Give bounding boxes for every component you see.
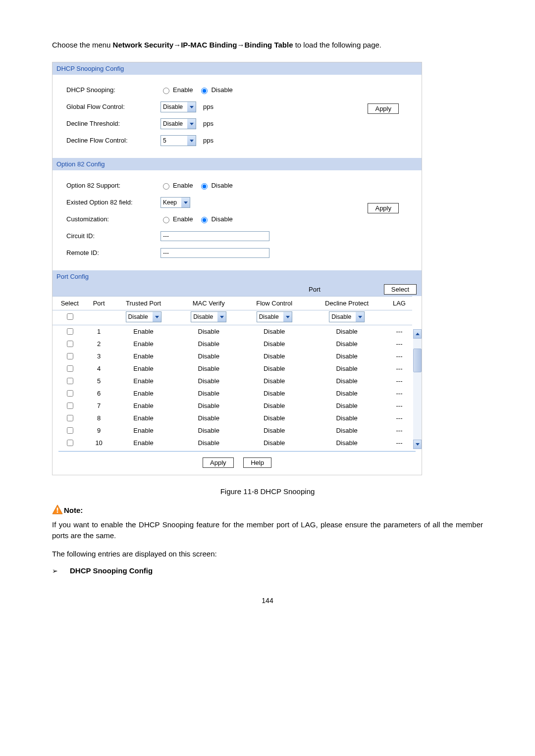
col-trusted: Trusted Port xyxy=(111,296,176,310)
dhcp-header: DHCP Snooping Config xyxy=(53,62,422,75)
col-decline: Decline Protect xyxy=(307,296,386,310)
cell-flow: Disable xyxy=(241,338,307,350)
cell-port: 4 xyxy=(87,362,111,375)
row-select-checkbox[interactable] xyxy=(67,341,73,347)
table-row: 5EnableDisableDisableDisable--- xyxy=(53,375,412,387)
opt82-apply-button[interactable]: Apply xyxy=(368,203,399,213)
cell-lag: --- xyxy=(386,362,412,375)
bullet-text: DHCP Snooping Config xyxy=(70,566,153,575)
cell-flow: Disable xyxy=(241,412,307,424)
figure-caption: Figure 11-8 DHCP Snooping xyxy=(52,487,483,496)
dhcp-apply-button[interactable]: Apply xyxy=(368,103,399,114)
select-decflow[interactable]: 5 xyxy=(160,135,196,146)
cell-lag: --- xyxy=(386,387,412,400)
table-row: 9EnableDisableDisableDisable--- xyxy=(53,424,412,437)
radio-custom-enable[interactable]: Enable xyxy=(160,215,193,223)
row-select-checkbox[interactable] xyxy=(67,440,73,446)
intro-prefix: Choose the menu xyxy=(52,41,113,49)
intro-path2: IP-MAC Binding xyxy=(181,41,237,49)
cell-mac: Disable xyxy=(176,375,241,387)
filter-decline[interactable]: Disable xyxy=(329,311,365,322)
select-gfc[interactable]: Disable xyxy=(160,101,196,112)
table-row: 8EnableDisableDisableDisable--- xyxy=(53,412,412,424)
note-row: Note: xyxy=(52,504,483,514)
radio-opt82-enable[interactable]: Enable xyxy=(160,182,193,190)
input-circuit-id[interactable] xyxy=(160,231,269,241)
port-select-button[interactable]: Select xyxy=(384,284,417,295)
svg-rect-2 xyxy=(57,511,58,513)
row-select-checkbox[interactable] xyxy=(67,328,73,335)
cell-mac: Disable xyxy=(176,437,241,449)
filter-flow[interactable]: Disable xyxy=(257,311,292,322)
filter-select-all[interactable] xyxy=(67,313,73,320)
cell-decline: Disable xyxy=(307,412,386,424)
radio-custom-disable[interactable]: Disable xyxy=(199,215,232,223)
row-select-checkbox[interactable] xyxy=(67,353,73,359)
cell-mac: Disable xyxy=(176,387,241,400)
cell-trusted: Enable xyxy=(111,424,176,437)
table-row: 2EnableDisableDisableDisable--- xyxy=(53,338,412,350)
table-row: 4EnableDisableDisableDisable--- xyxy=(53,362,412,375)
cell-trusted: Enable xyxy=(111,437,176,449)
row-select-checkbox[interactable] xyxy=(67,415,73,421)
intro-suffix: to load the following page. xyxy=(293,41,381,49)
page-number: 144 xyxy=(52,597,483,605)
cell-trusted: Enable xyxy=(111,338,176,350)
table-row: 7EnableDisableDisableDisable--- xyxy=(53,400,412,412)
cell-mac: Disable xyxy=(176,412,241,424)
cell-trusted: Enable xyxy=(111,387,176,400)
cell-lag: --- xyxy=(386,437,412,449)
table-row: 1EnableDisableDisableDisable--- xyxy=(53,325,412,338)
row-select-checkbox[interactable] xyxy=(67,427,73,434)
cell-port: 5 xyxy=(87,375,111,387)
row-select-checkbox[interactable] xyxy=(67,365,73,372)
cell-mac: Disable xyxy=(176,325,241,338)
col-select: Select xyxy=(53,296,87,310)
cell-flow: Disable xyxy=(241,362,307,375)
cell-trusted: Enable xyxy=(111,375,176,387)
table-row: 6EnableDisableDisableDisable--- xyxy=(53,387,412,400)
cell-trusted: Enable xyxy=(111,412,176,424)
cell-lag: --- xyxy=(386,338,412,350)
config-panel: DHCP Snooping Config Apply DHCP Snooping… xyxy=(52,62,422,475)
cell-flow: Disable xyxy=(241,400,307,412)
cell-decline: Disable xyxy=(307,387,386,400)
cell-flow: Disable xyxy=(241,437,307,449)
scroll-up-icon[interactable] xyxy=(413,329,422,339)
row-select-checkbox[interactable] xyxy=(67,403,73,409)
radio-snoop-disable[interactable]: Disable xyxy=(199,86,232,94)
cell-flow: Disable xyxy=(241,350,307,362)
scroll-track[interactable] xyxy=(413,339,422,440)
port-help-button[interactable]: Help xyxy=(243,457,271,468)
cell-port: 3 xyxy=(87,350,111,362)
row-select-checkbox[interactable] xyxy=(67,390,73,397)
select-existed[interactable]: Keep xyxy=(160,197,190,208)
cell-decline: Disable xyxy=(307,400,386,412)
scroll-down-icon[interactable] xyxy=(413,440,422,449)
intro-text: Choose the menu Network Security→IP-MAC … xyxy=(52,40,483,51)
cell-trusted: Enable xyxy=(111,325,176,338)
table-row: 3EnableDisableDisableDisable--- xyxy=(53,350,412,362)
radio-snoop-enable[interactable]: Enable xyxy=(160,86,193,94)
warning-icon xyxy=(52,504,63,514)
filter-trusted[interactable]: Disable xyxy=(126,311,161,322)
radio-opt82-disable[interactable]: Disable xyxy=(199,182,232,190)
port-scrollbar[interactable] xyxy=(413,329,422,449)
cell-lag: --- xyxy=(386,375,412,387)
scroll-thumb[interactable] xyxy=(413,349,422,372)
cell-mac: Disable xyxy=(176,400,241,412)
cell-trusted: Enable xyxy=(111,362,176,375)
label-remote: Remote ID: xyxy=(54,249,160,256)
svg-rect-1 xyxy=(57,507,58,510)
port-apply-button[interactable]: Apply xyxy=(203,457,234,468)
cell-mac: Disable xyxy=(176,350,241,362)
cell-decline: Disable xyxy=(307,362,386,375)
cell-decline: Disable xyxy=(307,437,386,449)
row-select-checkbox[interactable] xyxy=(67,378,73,384)
filter-mac[interactable]: Disable xyxy=(191,311,226,322)
input-remote-id[interactable] xyxy=(160,248,269,258)
label-decflow: Decline Flow Control: xyxy=(54,137,160,144)
cell-mac: Disable xyxy=(176,338,241,350)
label-opt82-support: Option 82 Support: xyxy=(54,182,160,189)
select-decthr[interactable]: Disable xyxy=(160,118,196,129)
